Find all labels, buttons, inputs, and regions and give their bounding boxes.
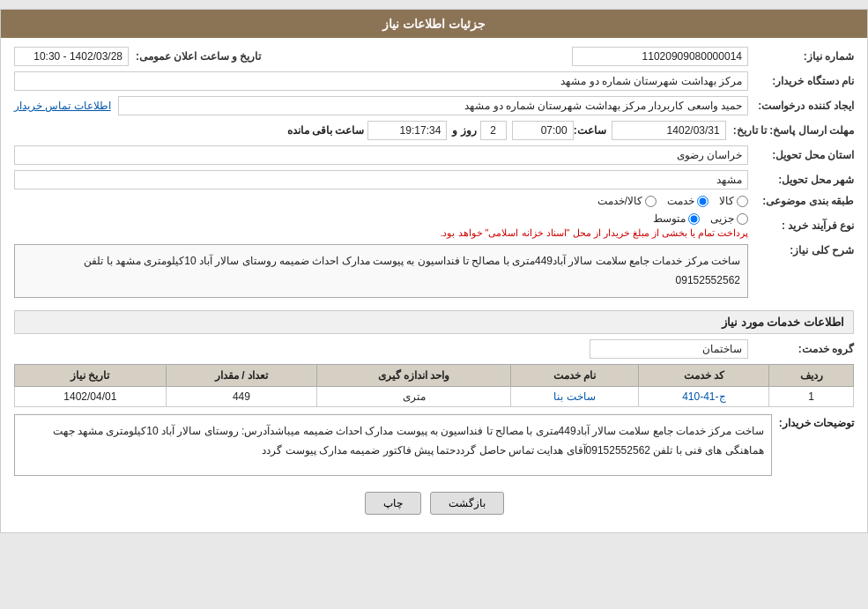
province-row: استان محل تحویل: خراسان رضوی [14, 145, 854, 165]
col-header-qty: تعداد / مقدار [166, 365, 317, 387]
buyer-notes-label: توضیحات خریدار: [772, 414, 854, 429]
proc-type-radio-group: جزیی متوسط [14, 212, 748, 225]
proc-type-motavasset[interactable]: متوسط [653, 212, 700, 225]
page-title: جزئیات اطلاعات نیاز [1, 10, 867, 38]
button-row: بازگشت چاپ [14, 492, 854, 515]
service-info-title: اطلاعات خدمات مورد نیاز [14, 310, 854, 334]
need-number-value: 11020909080000014 [572, 47, 748, 66]
need-number-label: شماره نیاز: [748, 50, 854, 63]
service-group-label: گروه خدمت: [748, 343, 854, 355]
buyer-notes-row: توضیحات خریدار: ساخت مرکز خدمات جامع سلا… [14, 414, 854, 483]
content-area: شماره نیاز: 11020909080000014 تاریخ و سا… [1, 38, 867, 532]
need-desc-row: شرح کلی نیاز: ساخت مرکز خدمات جامع سلامت… [14, 244, 854, 305]
deadline-day-label: روز و [452, 124, 476, 137]
deadline-time-label: ساعت: [574, 124, 606, 137]
service-table-section: ردیف کد خدمت نام خدمت واحد اندازه گیری ت… [14, 364, 854, 407]
cell-row: 1 [769, 387, 854, 407]
deadline-days: 2 [480, 121, 507, 140]
deadline-remain: 19:17:34 [367, 121, 447, 140]
requester-value: حمید واسعی کاربردار مرکز بهداشت شهرستان … [118, 96, 748, 115]
col-header-unit: واحد اندازه گیری [317, 365, 511, 387]
proc-type-jazee[interactable]: جزیی [710, 212, 748, 225]
proc-type-note: پرداخت تمام یا بخشی از مبلغ خریدار از مح… [14, 227, 748, 239]
table-row: 1 ج-41-410 ساخت بنا متری 449 1402/04/01 [15, 387, 854, 407]
print-button[interactable]: چاپ [365, 492, 421, 515]
cell-name: ساخت بنا [510, 387, 639, 407]
cell-qty: 449 [166, 387, 317, 407]
proc-type-section: جزیی متوسط پرداخت تمام یا بخشی از مبلغ خ… [14, 212, 748, 239]
buyer-org-row: نام دستگاه خریدار: مرکز بهداشت شهرستان ش… [14, 71, 854, 91]
col-header-row: ردیف [769, 365, 854, 387]
proc-type-motavasset-label: متوسط [653, 212, 686, 225]
col-header-code: کد خدمت [639, 365, 769, 387]
proc-type-row: نوع فرآیند خرید : جزیی متوسط پرداخت تمام… [14, 212, 854, 239]
service-group-value: ساختمان [590, 339, 748, 359]
category-option-kala-khedmat[interactable]: کالا/خدمت [597, 195, 657, 207]
back-button[interactable]: بازگشت [430, 492, 504, 515]
buyer-org-label: نام دستگاه خریدار: [748, 75, 854, 87]
need-number-row: شماره نیاز: 11020909080000014 تاریخ و سا… [14, 47, 854, 66]
requester-row: ایجاد کننده درخواست: حمید واسعی کاربردار… [14, 96, 854, 115]
province-value: خراسان رضوی [14, 145, 748, 165]
need-desc-label: شرح کلی نیاز: [748, 244, 854, 256]
deadline-date: 1402/03/31 [612, 121, 726, 140]
cell-date: 1402/04/01 [15, 387, 167, 407]
category-radio-group: کالا خدمت کالا/خدمت [597, 195, 748, 207]
col-header-date: تاریخ نیاز [15, 365, 167, 387]
category-kala-label: کالا [719, 195, 734, 207]
cell-unit: متری [317, 387, 511, 407]
city-label: شهر محل تحویل: [748, 174, 854, 186]
city-value: مشهد [14, 170, 748, 189]
buyer-org-value: مرکز بهداشت شهرستان شماره دو مشهد [14, 71, 748, 91]
requester-label: ایجاد کننده درخواست: [748, 100, 854, 112]
category-row: طبقه بندی موضوعی: کالا خدمت کالا/خدمت [14, 195, 854, 207]
announce-date-value: 1402/03/28 - 10:30 [14, 47, 129, 66]
contact-link[interactable]: اطلاعات تماس خریدار [14, 100, 111, 112]
cell-code: ج-41-410 [639, 387, 769, 407]
deadline-row: مهلت ارسال پاسخ: تا تاریخ: 1402/03/31 سا… [14, 121, 854, 140]
buyer-notes-value: ساخت مرکز خدمات جامع سلامت سالار آباد449… [14, 414, 772, 476]
city-row: شهر محل تحویل: مشهد [14, 170, 854, 189]
need-desc-value: ساخت مرکز خدمات جامع سلامت سالار آباد449… [14, 244, 748, 298]
announce-date-label: تاریخ و ساعت اعلان عمومی: [129, 50, 261, 63]
service-group-row: گروه خدمت: ساختمان [14, 339, 854, 359]
category-khedmat-label: خدمت [667, 195, 694, 207]
proc-type-label: نوع فرآیند خرید : [748, 219, 854, 232]
province-label: استان محل تحویل: [748, 149, 854, 161]
proc-type-jazee-label: جزیی [710, 212, 734, 225]
deadline-label: مهلت ارسال پاسخ: تا تاریخ: [726, 124, 854, 137]
category-kala-khedmat-label: کالا/خدمت [597, 195, 642, 207]
page-wrapper: جزئیات اطلاعات نیاز شماره نیاز: 11020909… [0, 9, 868, 533]
service-table: ردیف کد خدمت نام خدمت واحد اندازه گیری ت… [14, 364, 854, 407]
col-header-name: نام خدمت [510, 365, 639, 387]
deadline-remain-label: ساعت باقی مانده [287, 124, 365, 137]
category-option-kala[interactable]: کالا [719, 195, 748, 207]
category-option-khedmat[interactable]: خدمت [667, 195, 708, 207]
deadline-time: 07:00 [512, 121, 574, 140]
category-label: طبقه بندی موضوعی: [748, 195, 854, 207]
